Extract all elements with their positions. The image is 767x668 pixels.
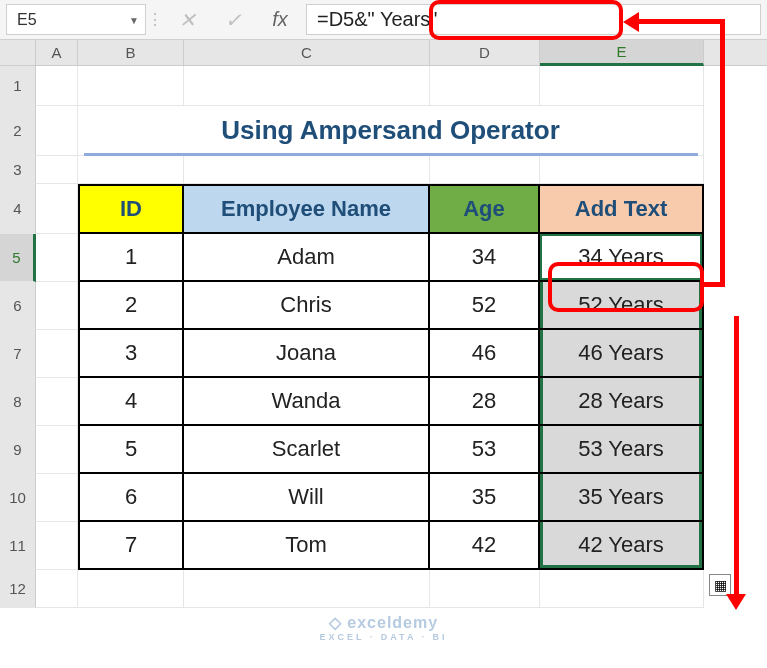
header-id[interactable]: ID [78,184,184,234]
cell-add[interactable]: 52 Years [540,282,704,330]
cell[interactable] [36,522,78,570]
cell-name[interactable]: Will [184,474,430,522]
name-box-value: E5 [17,11,37,29]
column-header-C[interactable]: C [184,40,430,65]
fx-icon: fx [272,8,288,31]
cell[interactable] [430,156,540,184]
name-box[interactable]: E5 ▼ [6,4,146,35]
row-header[interactable]: 9 [0,426,36,474]
cancel-icon: ✕ [179,8,196,32]
enter-icon: ✓ [225,8,242,32]
row-header[interactable]: 11 [0,522,36,570]
row-header[interactable]: 3 [0,156,36,184]
header-age[interactable]: Age [430,184,540,234]
cell-name[interactable]: Adam [184,234,430,282]
cell[interactable] [540,66,704,106]
cell-id[interactable]: 7 [78,522,184,570]
row-header[interactable]: 10 [0,474,36,522]
column-header-E[interactable]: E [540,40,704,66]
cell-name[interactable]: Tom [184,522,430,570]
row-header[interactable]: 6 [0,282,36,330]
cell-age[interactable]: 42 [430,522,540,570]
insert-function-button[interactable]: fx [256,0,304,39]
row-header[interactable]: 7 [0,330,36,378]
cell[interactable] [430,66,540,106]
cell-age[interactable]: 34 [430,234,540,282]
cell[interactable] [184,156,430,184]
formula-text: =D5&" Years" [317,8,437,31]
watermark: ◇ exceldemy EXCEL · DATA · BI [319,615,447,642]
cell[interactable] [78,156,184,184]
column-headers: A B C D E [0,40,767,66]
rows: 1 2 Using Ampersand Operator 3 [0,66,767,608]
cell[interactable] [430,570,540,608]
active-cell-E5[interactable]: 34 Years [540,234,704,282]
cell[interactable] [36,184,78,234]
cell-id[interactable]: 1 [78,234,184,282]
cell[interactable] [36,234,78,282]
cell-add[interactable]: 28 Years [540,378,704,426]
header-name[interactable]: Employee Name [184,184,430,234]
cell[interactable] [184,66,430,106]
cell[interactable] [78,66,184,106]
cell-age[interactable]: 28 [430,378,540,426]
cell-add[interactable]: 42 Years [540,522,704,570]
cell-add[interactable]: 35 Years [540,474,704,522]
cell[interactable] [36,426,78,474]
autofill-options-icon[interactable]: ▦ [709,574,731,596]
cell[interactable] [36,378,78,426]
cell-id[interactable]: 2 [78,282,184,330]
cell[interactable] [184,570,430,608]
cell[interactable] [36,570,78,608]
cell-age[interactable]: 53 [430,426,540,474]
cell[interactable] [36,330,78,378]
row-header[interactable]: 5 [0,234,36,282]
header-add[interactable]: Add Text [540,184,704,234]
formula-input[interactable]: =D5&" Years" [306,4,761,35]
cell-age[interactable]: 46 [430,330,540,378]
cell-id[interactable]: 4 [78,378,184,426]
cell-id[interactable]: 3 [78,330,184,378]
row-header[interactable]: 4 [0,184,36,234]
cell-id[interactable]: 6 [78,474,184,522]
cell[interactable] [540,570,704,608]
name-box-dropdown-icon[interactable]: ▼ [129,14,139,25]
cell-age[interactable]: 35 [430,474,540,522]
cell[interactable] [78,570,184,608]
cell[interactable] [36,282,78,330]
column-header-D[interactable]: D [430,40,540,65]
sheet-title: Using Ampersand Operator [221,115,560,146]
grid: A B C D E 1 2 Using Ampersand Operator 3 [0,40,767,668]
cell-name[interactable]: Scarlet [184,426,430,474]
cell-add[interactable]: 53 Years [540,426,704,474]
separator: ⋮ [148,0,162,39]
cell[interactable] [36,66,78,106]
title-cell[interactable]: Using Ampersand Operator [78,106,704,156]
enter-button[interactable]: ✓ [210,0,256,39]
cancel-button[interactable]: ✕ [164,0,210,39]
cell[interactable] [36,106,78,156]
cell[interactable] [36,474,78,522]
row-header[interactable]: 12 [0,570,36,608]
select-all-cell[interactable] [0,40,36,65]
column-header-A[interactable]: A [36,40,78,65]
row-header[interactable]: 1 [0,66,36,106]
column-header-B[interactable]: B [78,40,184,65]
row-header[interactable]: 2 [0,106,36,156]
formula-bar: E5 ▼ ⋮ ✕ ✓ fx =D5&" Years" [0,0,767,40]
cell[interactable] [36,156,78,184]
cell-add[interactable]: 46 Years [540,330,704,378]
cell-name[interactable]: Chris [184,282,430,330]
row-header[interactable]: 8 [0,378,36,426]
cell-name[interactable]: Joana [184,330,430,378]
cell-age[interactable]: 52 [430,282,540,330]
cell-name[interactable]: Wanda [184,378,430,426]
cell-id[interactable]: 5 [78,426,184,474]
cell[interactable] [540,156,704,184]
